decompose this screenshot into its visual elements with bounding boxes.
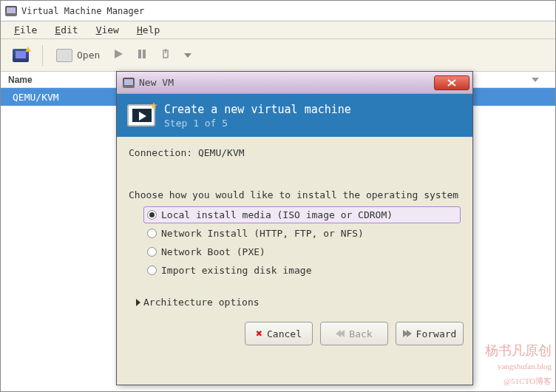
option-label: Import existing disk image bbox=[161, 265, 312, 276]
run-button[interactable] bbox=[109, 46, 128, 64]
close-button[interactable] bbox=[434, 75, 469, 90]
open-label: Open bbox=[77, 50, 100, 61]
sort-indicator-icon bbox=[532, 78, 539, 82]
arch-label: Architecture options bbox=[143, 297, 260, 308]
monitor-spark-icon bbox=[13, 49, 29, 62]
back-button[interactable]: Back bbox=[320, 322, 388, 345]
separator bbox=[42, 45, 43, 66]
cancel-label: Cancel bbox=[267, 328, 302, 339]
dialog-heading: Create a new virtual machine bbox=[164, 103, 351, 116]
option-network-boot[interactable]: Network Boot (PXE) bbox=[143, 243, 461, 260]
connection-label: Connection: bbox=[129, 147, 198, 158]
choose-label: Choose how you would like to install the… bbox=[129, 189, 461, 200]
forward-label: Forward bbox=[416, 328, 457, 339]
cancel-button[interactable]: ✖ Cancel bbox=[245, 322, 313, 345]
wizard-icon bbox=[127, 104, 155, 126]
new-vm-button[interactable] bbox=[8, 46, 33, 65]
dialog-title: New VM bbox=[139, 77, 430, 88]
option-label: Network Install (HTTP, FTP, or NFS) bbox=[161, 228, 364, 239]
caret-down-icon bbox=[184, 53, 191, 58]
main-titlebar[interactable]: Virtual Machine Manager bbox=[1, 1, 555, 21]
radio-icon bbox=[147, 266, 157, 275]
svg-rect-1 bbox=[138, 50, 141, 58]
expand-icon bbox=[136, 299, 140, 306]
power-icon bbox=[160, 49, 171, 61]
forward-icon bbox=[403, 330, 412, 337]
open-button[interactable]: Open bbox=[52, 46, 104, 65]
dialog-step: Step 1 of 5 bbox=[164, 118, 351, 129]
radio-icon bbox=[147, 229, 157, 238]
option-local-media[interactable]: Local install media (ISO image or CDROM) bbox=[143, 206, 461, 223]
svg-rect-2 bbox=[143, 50, 146, 58]
close-icon bbox=[447, 79, 456, 87]
dialog-footer: ✖ Cancel Back Forward bbox=[117, 315, 472, 352]
play-icon bbox=[113, 49, 123, 61]
connection-line: Connection: QEMU/KVM bbox=[129, 147, 461, 158]
back-label: Back bbox=[349, 328, 372, 339]
menu-file[interactable]: File bbox=[5, 23, 46, 37]
pause-icon bbox=[137, 49, 147, 61]
connection-value: QEMU/KVM bbox=[198, 147, 245, 158]
menu-help[interactable]: Help bbox=[128, 23, 169, 37]
option-import-disk[interactable]: Import existing disk image bbox=[143, 262, 461, 279]
open-icon bbox=[56, 49, 72, 62]
architecture-expander[interactable]: Architecture options bbox=[129, 297, 461, 308]
cancel-icon: ✖ bbox=[256, 327, 262, 340]
dialog-header: Create a new virtual machine Step 1 of 5 bbox=[117, 94, 472, 137]
svg-marker-0 bbox=[115, 50, 123, 58]
option-label: Local install media (ISO image or CDROM) bbox=[161, 209, 393, 220]
pause-button[interactable] bbox=[132, 46, 152, 64]
shutdown-menu[interactable] bbox=[180, 50, 196, 61]
app-icon bbox=[5, 6, 17, 16]
menu-view[interactable]: View bbox=[87, 23, 128, 37]
option-label: Network Boot (PXE) bbox=[161, 246, 265, 257]
radio-icon bbox=[147, 247, 157, 257]
radio-icon bbox=[147, 210, 157, 220]
menu-edit[interactable]: Edit bbox=[46, 23, 87, 37]
forward-button[interactable]: Forward bbox=[396, 322, 464, 345]
dialog-body: Connection: QEMU/KVM Choose how you woul… bbox=[117, 137, 472, 315]
row-label: QEMU/KVM bbox=[13, 92, 59, 103]
menubar: File Edit View Help bbox=[1, 21, 555, 39]
toolbar: Open bbox=[1, 39, 555, 72]
back-icon bbox=[336, 330, 345, 337]
col-name: Name bbox=[8, 75, 33, 85]
dialog-app-icon bbox=[123, 78, 135, 88]
dialog-titlebar[interactable]: New VM bbox=[117, 72, 472, 94]
install-options: Local install media (ISO image or CDROM)… bbox=[129, 206, 461, 279]
shutdown-button[interactable] bbox=[156, 46, 175, 64]
app-title: Virtual Machine Manager bbox=[21, 6, 144, 16]
option-network-install[interactable]: Network Install (HTTP, FTP, or NFS) bbox=[143, 225, 461, 242]
new-vm-dialog: New VM Create a new virtual machine Step… bbox=[116, 71, 473, 385]
